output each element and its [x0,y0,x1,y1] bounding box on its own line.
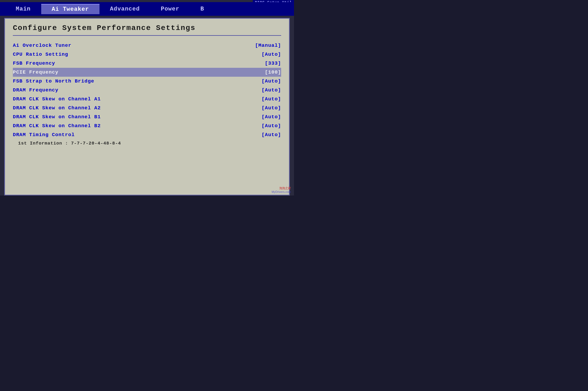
setting-value-dram-clk-b1: [Auto] [262,114,281,120]
settings-list: Ai Overclock Tuner[Manual]CPU Ratio Sett… [13,41,281,147]
setting-row-fsb-strap[interactable]: FSB Strap to North Bridge[Auto] [13,77,281,86]
watermark-site1: 泡泡之家 [272,186,291,190]
setting-row-ai-overclock-tuner[interactable]: Ai Overclock Tuner[Manual] [13,41,281,50]
setting-label-1st-information: 1st Information : 7-7-7-20-4-48-8-4 [13,141,121,146]
setting-value-ai-overclock-tuner: [Manual] [255,43,281,48]
setting-label-dram-clk-a1: DRAM CLK Skew on Channel A1 [13,96,101,102]
setting-value-dram-frequency: [Auto] [262,87,281,93]
setting-row-dram-clk-b1[interactable]: DRAM CLK Skew on Channel B1[Auto] [13,112,281,121]
setting-label-dram-frequency: DRAM Frequency [13,87,59,93]
nav-tab-advanced[interactable]: Advanced [99,4,150,14]
page-title: Configure System Performance Settings [13,24,281,32]
nav-bar: MainAi TweakerAdvancedPowerB [0,2,294,16]
watermark: 泡泡之家 MyDrivers.com [272,186,291,193]
setting-row-pcie-frequency[interactable]: PCIE Frequency[100] [13,68,281,77]
setting-label-cpu-ratio-setting: CPU Ratio Setting [13,52,68,57]
setting-label-dram-timing-control: DRAM Timing Control [13,132,75,138]
setting-value-pcie-frequency: [100] [265,69,281,75]
setting-value-dram-timing-control: [Auto] [262,132,281,138]
setting-row-dram-clk-a2[interactable]: DRAM CLK Skew on Channel A2[Auto] [13,104,281,112]
setting-label-fsb-strap: FSB Strap to North Bridge [13,78,94,84]
setting-value-dram-clk-a1: [Auto] [262,96,281,102]
setting-label-dram-clk-b2: DRAM CLK Skew on Channel B2 [13,123,101,129]
bios-screen: BIOS Setup Util MainAi TweakerAdvancedPo… [0,0,294,196]
setting-row-dram-timing-control[interactable]: DRAM Timing Control[Auto] [13,130,281,139]
nav-tab-more[interactable]: B [190,4,214,14]
setting-label-dram-clk-a2: DRAM CLK Skew on Channel A2 [13,105,101,111]
nav-tab-ai-tweaker[interactable]: Ai Tweaker [41,4,99,14]
nav-tab-power[interactable]: Power [150,4,190,14]
setting-value-fsb-frequency: [333] [265,60,281,66]
nav-tab-main[interactable]: Main [5,4,41,14]
main-content: Configure System Performance Settings Ai… [4,18,290,196]
setting-value-dram-clk-b2: [Auto] [262,123,281,129]
setting-value-cpu-ratio-setting: [Auto] [262,52,281,57]
setting-label-dram-clk-b1: DRAM CLK Skew on Channel B1 [13,114,101,120]
title-divider [13,35,281,36]
setting-row-1st-information[interactable]: 1st Information : 7-7-7-20-4-48-8-4 [13,139,281,147]
watermark-site2: MyDrivers.com [272,190,291,193]
setting-value-dram-clk-a2: [Auto] [262,105,281,111]
setting-value-fsb-strap: [Auto] [262,78,281,84]
setting-row-cpu-ratio-setting[interactable]: CPU Ratio Setting[Auto] [13,50,281,59]
setting-label-pcie-frequency: PCIE Frequency [13,69,59,75]
setting-row-dram-frequency[interactable]: DRAM Frequency[Auto] [13,86,281,95]
setting-row-dram-clk-b2[interactable]: DRAM CLK Skew on Channel B2[Auto] [13,121,281,130]
setting-label-ai-overclock-tuner: Ai Overclock Tuner [13,43,71,48]
setting-row-dram-clk-a1[interactable]: DRAM CLK Skew on Channel A1[Auto] [13,95,281,104]
setting-row-fsb-frequency[interactable]: FSB Frequency[333] [13,59,281,68]
setting-label-fsb-frequency: FSB Frequency [13,60,55,66]
